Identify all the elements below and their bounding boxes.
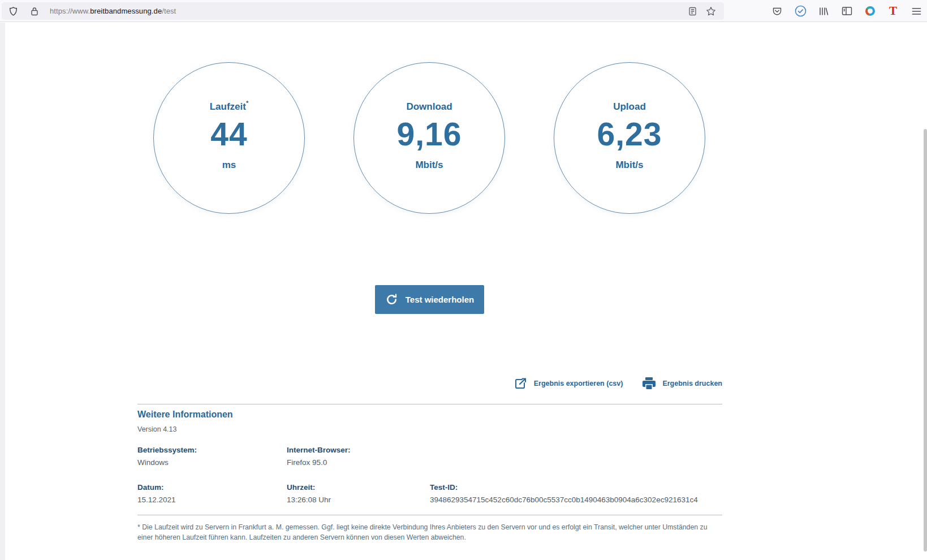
field-label-betriebssystem: Betriebssystem: xyxy=(137,446,197,454)
url-text: https://www.breitbandmessung.de/test xyxy=(50,7,176,15)
version-text: Version 4.13 xyxy=(137,425,177,433)
url-domain: breitbandmessung.de xyxy=(90,7,162,15)
browser-toolbar: https://www.breitbandmessung.de/test xyxy=(0,0,927,22)
laufzeit-footnote-marker: * xyxy=(246,100,248,106)
pocket-icon[interactable] xyxy=(771,5,783,18)
result-value: 6,23 xyxy=(597,117,662,152)
t-extension-icon[interactable]: T xyxy=(887,5,899,18)
result-unit: ms xyxy=(222,160,236,171)
export-csv-link[interactable]: Ergebnis exportieren (csv) xyxy=(514,377,623,390)
result-label: Laufzeit* xyxy=(210,101,249,113)
field-value-datum: 15.12.2021 xyxy=(137,496,176,504)
section-divider xyxy=(137,515,722,515)
field-label-datum: Datum: xyxy=(137,483,164,492)
result-unit: Mbit/s xyxy=(415,160,443,171)
result-value: 44 xyxy=(210,117,247,152)
check-circle-icon[interactable] xyxy=(794,5,807,18)
result-unit: Mbit/s xyxy=(615,160,643,171)
result-card-laufzeit: Laufzeit* 44 ms xyxy=(153,62,305,214)
field-label-uhrzeit: Uhrzeit: xyxy=(287,483,315,492)
url-bar[interactable]: https://www.breitbandmessung.de/test xyxy=(2,2,724,20)
browser-window: https://www.breitbandmessung.de/test xyxy=(0,0,927,560)
result-card-download: Download 9,16 Mbit/s xyxy=(353,62,505,214)
field-value-uhrzeit: 13:26:08 Uhr xyxy=(287,496,331,504)
vertical-scrollbar[interactable] xyxy=(924,129,927,552)
laufzeit-footnote: * Die Laufzeit wird zu Servern in Frankf… xyxy=(137,522,723,542)
donut-extension-icon[interactable] xyxy=(864,5,876,18)
window-edge xyxy=(0,23,5,560)
export-row: Ergebnis exportieren (csv) Ergebnis druc… xyxy=(137,377,722,390)
print-result-link[interactable]: Ergebnis drucken xyxy=(642,377,722,390)
toolbar-extension-area: T xyxy=(771,0,922,22)
url-path: /test xyxy=(162,7,176,15)
result-label: Download xyxy=(406,101,452,113)
field-value-browser: Firefox 95.0 xyxy=(287,458,327,467)
menu-icon[interactable] xyxy=(910,5,922,18)
info-heading: Weitere Informationen xyxy=(137,410,233,420)
repeat-test-button[interactable]: Test wiederholen xyxy=(375,285,484,314)
section-divider xyxy=(137,404,722,404)
export-icon xyxy=(514,377,528,390)
url-scheme: https://www. xyxy=(50,7,90,15)
library-icon[interactable] xyxy=(817,5,830,18)
result-value: 9,16 xyxy=(397,117,462,152)
field-label-testid: Test-ID: xyxy=(430,483,458,492)
shield-icon[interactable] xyxy=(8,6,18,16)
result-card-upload: Upload 6,23 Mbit/s xyxy=(554,62,705,214)
sidebar-icon[interactable] xyxy=(840,5,853,18)
print-result-label: Ergebnis drucken xyxy=(662,380,722,387)
refresh-icon xyxy=(385,293,398,306)
field-value-testid: 3948629354715c452c60dc76b00c5537cc0b1490… xyxy=(430,496,698,504)
lock-icon[interactable] xyxy=(31,7,38,16)
export-csv-label: Ergebnis exportieren (csv) xyxy=(534,380,623,387)
repeat-test-label: Test wiederholen xyxy=(406,295,474,304)
field-value-betriebssystem: Windows xyxy=(137,458,169,467)
result-label: Upload xyxy=(613,101,646,113)
printer-icon xyxy=(642,377,656,390)
bookmark-star-icon[interactable] xyxy=(706,6,716,16)
reader-view-icon[interactable] xyxy=(688,7,697,16)
field-label-browser: Internet-Browser: xyxy=(287,446,351,454)
